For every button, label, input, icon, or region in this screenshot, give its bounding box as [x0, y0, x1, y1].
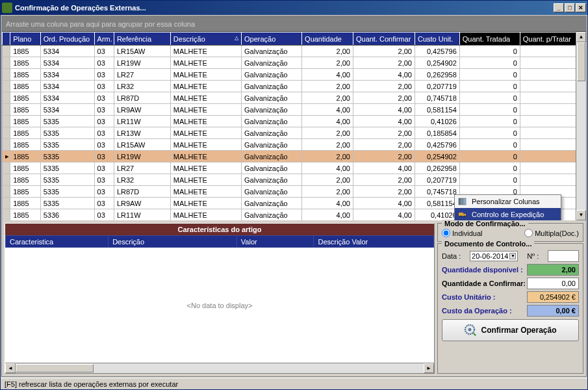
cell-desc[interactable]: MALHETE	[170, 198, 241, 209]
table-row[interactable]: 1885533503LR32MALHETEGalvanização2,002,0…	[3, 174, 586, 186]
cell-plano[interactable]: 1885	[10, 151, 41, 162]
cell-desc[interactable]: MALHETE	[170, 81, 241, 92]
table-row[interactable]: 1885533403LR19WMALHETEGalvanização2,002,…	[3, 57, 586, 69]
cell-plano[interactable]: 1885	[10, 186, 41, 198]
cell-plano[interactable]: 1885	[10, 127, 41, 139]
col-qtd[interactable]: Quantidade	[302, 32, 353, 46]
cell-ref[interactable]: LR15AW	[114, 46, 170, 57]
cell-oper[interactable]: Galvanização	[242, 69, 302, 81]
cell-oper[interactable]: Galvanização	[242, 139, 302, 151]
cell-ord[interactable]: 5334	[40, 69, 94, 81]
cell-qconf[interactable]: 2,00	[353, 151, 415, 162]
cell-ref[interactable]: LR32	[114, 174, 170, 186]
cell-qconf[interactable]: 4,00	[353, 69, 415, 81]
cell-ref[interactable]: LR11W	[114, 116, 170, 127]
cell-ord[interactable]: 5336	[40, 209, 94, 221]
cell-qtd[interactable]: 4,00	[302, 116, 353, 127]
cell-plano[interactable]: 1885	[10, 46, 41, 57]
cell-plano[interactable]: 1885	[10, 209, 41, 221]
cell-custo[interactable]: 0,745718	[415, 92, 460, 104]
table-row[interactable]: 1885533503LR11WMALHETEGalvanização4,004,…	[3, 116, 586, 127]
cell-qtd[interactable]: 2,00	[302, 139, 353, 151]
cell-ord[interactable]: 5335	[40, 186, 94, 198]
cell-oper[interactable]: Galvanização	[242, 57, 302, 69]
close-button[interactable]: ✕	[576, 3, 586, 12]
table-row[interactable]: ▸1885533503LR19WMALHETEGalvanização2,002…	[3, 151, 586, 162]
cell-custo[interactable]: 0,581154	[415, 104, 460, 116]
cell-custo[interactable]: 0,425796	[415, 46, 460, 57]
cell-oper[interactable]: Galvanização	[242, 162, 302, 174]
cell-qtd[interactable]: 2,00	[302, 151, 353, 162]
col-qtrat[interactable]: Quant. Tratada	[459, 32, 520, 46]
cell-plano[interactable]: 1885	[10, 69, 41, 81]
table-row[interactable]: 1885533403LR32MALHETEGalvanização2,002,0…	[3, 81, 586, 92]
cell-plano[interactable]: 1885	[10, 198, 41, 209]
menu-expedition-control[interactable]: Controlo de Expedição	[455, 208, 561, 220]
cell-qtd[interactable]: 4,00	[302, 198, 353, 209]
col-custo[interactable]: Custo Unit.	[415, 32, 460, 46]
cell-custo[interactable]: 0,254902	[415, 57, 460, 69]
cell-ref[interactable]: LR19W	[114, 57, 170, 69]
cell-ord[interactable]: 5335	[40, 198, 94, 209]
cell-qtrat[interactable]: 0	[459, 174, 520, 186]
cell-qconf[interactable]: 2,00	[353, 186, 415, 198]
cell-qconf[interactable]: 2,00	[353, 139, 415, 151]
vertical-scrollbar[interactable]	[576, 32, 586, 220]
cell-arm[interactable]: 03	[94, 139, 114, 151]
cell-ref[interactable]: LR27	[114, 162, 170, 174]
date-input[interactable]: 20-06-2014 ▼	[470, 251, 518, 261]
cell-custo[interactable]: 0,207719	[415, 81, 460, 92]
cell-arm[interactable]: 03	[94, 198, 114, 209]
cell-desc[interactable]: MALHETE	[170, 186, 241, 198]
cell-desc[interactable]: MALHETE	[170, 57, 241, 69]
cell-qconf[interactable]: 4,00	[353, 104, 415, 116]
titlebar[interactable]: Confirmação de Operações Externas... _ □…	[1, 1, 587, 15]
charac-col-name[interactable]: Caracteristica	[6, 236, 109, 248]
cell-qtd[interactable]: 4,00	[302, 104, 353, 116]
cell-qtrat[interactable]: 0	[459, 92, 520, 104]
table-row[interactable]: 1885533403LR27MALHETEGalvanização4,004,0…	[3, 69, 586, 81]
mode-multipla[interactable]: Multipla(Doc.)	[524, 229, 579, 237]
table-row[interactable]: 1885533403LR15AWMALHETEGalvanização2,002…	[3, 46, 586, 57]
cell-qtrat[interactable]: 0	[459, 162, 520, 174]
cell-qconf[interactable]: 4,00	[353, 116, 415, 127]
cell-arm[interactable]: 03	[94, 57, 114, 69]
maximize-button[interactable]: □	[565, 3, 575, 12]
cell-custo[interactable]: 0,262958	[415, 162, 460, 174]
horizontal-scrollbar[interactable]	[5, 363, 434, 373]
cell-oper[interactable]: Galvanização	[242, 46, 302, 57]
cell-oper[interactable]: Galvanização	[242, 81, 302, 92]
cell-oper[interactable]: Galvanização	[242, 92, 302, 104]
radio-individual[interactable]	[442, 229, 450, 237]
cell-qtd[interactable]: 2,00	[302, 186, 353, 198]
cell-desc[interactable]: MALHETE	[170, 46, 241, 57]
cell-oper[interactable]: Galvanização	[242, 186, 302, 198]
hscroll-thumb[interactable]	[16, 364, 94, 372]
cell-arm[interactable]: 03	[94, 92, 114, 104]
cell-ord[interactable]: 5335	[40, 162, 94, 174]
cell-oper[interactable]: Galvanização	[242, 209, 302, 221]
cell-desc[interactable]: MALHETE	[170, 116, 241, 127]
cell-custo[interactable]: 0,207719	[415, 174, 460, 186]
cell-custo[interactable]: 0,185854	[415, 127, 460, 139]
cell-qtrat[interactable]: 0	[459, 81, 520, 92]
cell-qconf[interactable]: 4,00	[353, 209, 415, 221]
cell-ord[interactable]: 5334	[40, 104, 94, 116]
table-row[interactable]: 1885533503LR15AWMALHETEGalvanização2,002…	[3, 139, 586, 151]
col-plano[interactable]: Plano	[10, 32, 41, 46]
table-row[interactable]: 1885533403LR9AWMALHETEGalvanização4,004,…	[3, 104, 586, 116]
cell-qconf[interactable]: 2,00	[353, 127, 415, 139]
qconf-value[interactable]: 0,00	[527, 278, 579, 289]
cell-arm[interactable]: 03	[94, 162, 114, 174]
cell-custo[interactable]: 0,41026	[415, 209, 460, 221]
cell-qtrat[interactable]: 0	[459, 104, 520, 116]
cell-plano[interactable]: 1885	[10, 104, 41, 116]
cell-ord[interactable]: 5335	[40, 151, 94, 162]
cell-qconf[interactable]: 2,00	[353, 92, 415, 104]
cell-custo[interactable]: 0,262958	[415, 69, 460, 81]
cell-ord[interactable]: 5335	[40, 116, 94, 127]
cell-arm[interactable]: 03	[94, 104, 114, 116]
cell-ord[interactable]: 5335	[40, 174, 94, 186]
cell-plano[interactable]: 1885	[10, 162, 41, 174]
cell-oper[interactable]: Galvanização	[242, 151, 302, 162]
